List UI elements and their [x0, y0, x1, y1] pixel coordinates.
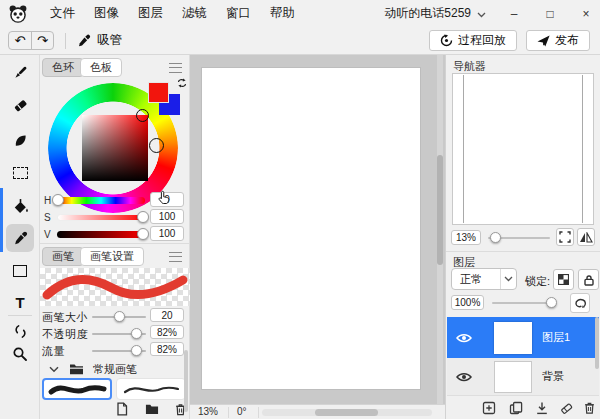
- app-logo-panda-icon: [8, 4, 28, 24]
- navigator-zoom-value[interactable]: 13%: [451, 230, 481, 245]
- redo-button[interactable]: ↷: [31, 32, 53, 49]
- clipping-button[interactable]: [570, 293, 590, 313]
- v-slider-knob[interactable]: [137, 228, 149, 240]
- select-tool[interactable]: [6, 159, 34, 187]
- brush-panel-menu-icon[interactable]: [169, 252, 182, 262]
- brush-size-value[interactable]: 20: [150, 308, 184, 322]
- navigator-preview[interactable]: [452, 73, 594, 225]
- brush-group-row[interactable]: 常规画笔: [40, 360, 190, 378]
- s-slider[interactable]: [57, 214, 145, 221]
- toolbar-separator: [65, 33, 66, 49]
- s-slider-knob[interactable]: [137, 211, 149, 223]
- canvas-hscroll-thumb[interactable]: [315, 409, 378, 416]
- publish-button[interactable]: 发布: [526, 30, 590, 51]
- layer-row[interactable]: 背景: [447, 358, 599, 396]
- opacity-knob[interactable]: [131, 328, 142, 339]
- v-slider[interactable]: [57, 231, 145, 238]
- alpha-lock-button[interactable]: [553, 269, 574, 290]
- eraser-tool[interactable]: [6, 91, 34, 119]
- close-button[interactable]: ×: [578, 7, 594, 21]
- brush-size-label: 画笔大小: [42, 310, 88, 325]
- menu-filter[interactable]: 滤镜: [182, 5, 207, 22]
- layer-opacity-slider[interactable]: [492, 302, 554, 304]
- h-label: H: [44, 195, 51, 206]
- color-panel-menu-icon[interactable]: [169, 63, 182, 73]
- canvas-statusbar: 13% 0°: [190, 404, 445, 419]
- maximize-button[interactable]: □: [542, 7, 558, 21]
- sv-square-marker[interactable]: [136, 109, 149, 122]
- minimize-button[interactable]: –: [506, 7, 522, 21]
- new-brush-icon[interactable]: [115, 402, 129, 416]
- layer-opacity-value[interactable]: 100%: [451, 295, 484, 310]
- text-tool[interactable]: T: [6, 288, 34, 316]
- menu-bar: 文件 图像 图层 滤镜 窗口 帮助: [50, 5, 295, 22]
- layers-scrollbar[interactable]: [595, 317, 599, 369]
- hue-ring-marker[interactable]: [149, 138, 164, 153]
- blend-mode-dropdown[interactable]: 正常: [451, 268, 517, 290]
- brush-item[interactable]: [116, 378, 186, 400]
- canvas-zoom-level[interactable]: 13%: [198, 406, 218, 417]
- layer-thumbnail: [494, 361, 532, 393]
- chevron-down-icon: [504, 276, 513, 282]
- active-tool-label: 吸管: [97, 32, 122, 49]
- menu-layer[interactable]: 图层: [138, 5, 163, 22]
- delete-layer-icon[interactable]: [583, 400, 596, 415]
- swap-colors-icon[interactable]: [177, 78, 187, 88]
- tab-color-wheel[interactable]: 色环: [42, 58, 84, 77]
- status-separator: [258, 407, 259, 418]
- paint-bucket-icon: [12, 198, 29, 215]
- fit-view-button[interactable]: [556, 228, 574, 246]
- brush-folder-icon[interactable]: [145, 403, 159, 415]
- opacity-value[interactable]: 82%: [150, 325, 184, 339]
- brush-size-knob[interactable]: [114, 311, 125, 322]
- eye-visible-icon[interactable]: [456, 332, 472, 344]
- duplicate-layer-icon[interactable]: [509, 401, 523, 415]
- foreground-color-swatch[interactable]: [148, 82, 169, 103]
- tab-color-palette[interactable]: 色板: [80, 58, 122, 77]
- fill-tool[interactable]: [6, 192, 34, 220]
- clear-layer-icon[interactable]: [559, 401, 574, 416]
- navigator-zoom-knob[interactable]: [490, 232, 501, 243]
- merge-down-icon[interactable]: [535, 401, 549, 415]
- h-slider-knob[interactable]: [52, 194, 64, 206]
- flip-view-button[interactable]: [577, 228, 595, 246]
- layer-row-selected[interactable]: 图层1: [447, 317, 599, 358]
- layer-opacity-knob[interactable]: [546, 297, 557, 308]
- brush-preview: [40, 268, 190, 306]
- shape-tool[interactable]: [6, 257, 34, 285]
- v-value-box[interactable]: 100: [150, 226, 184, 241]
- text-icon: T: [15, 294, 24, 311]
- canvas-rotation[interactable]: 0°: [237, 406, 247, 417]
- menu-image[interactable]: 图像: [94, 5, 119, 22]
- account-chevron-down-icon[interactable]: [477, 12, 486, 18]
- flow-value[interactable]: 82%: [150, 342, 184, 356]
- menu-help[interactable]: 帮助: [270, 5, 295, 22]
- status-separator: [228, 407, 229, 418]
- add-layer-icon[interactable]: [482, 401, 496, 415]
- layer-lock-button[interactable]: [578, 269, 599, 290]
- brush-tool[interactable]: [6, 58, 34, 86]
- tab-brush[interactable]: 画笔: [42, 247, 84, 266]
- brush-group-label: 常规画笔: [93, 362, 137, 377]
- navigator-title: 导航器: [453, 59, 486, 74]
- h-slider[interactable]: [57, 197, 145, 204]
- flow-knob[interactable]: [131, 345, 142, 356]
- eyedropper-tool[interactable]: [6, 224, 34, 252]
- panel-scrollbar[interactable]: [184, 350, 188, 412]
- canvas-vscroll-thumb[interactable]: [437, 155, 443, 265]
- eye-visible-icon[interactable]: [456, 371, 472, 383]
- process-replay-button[interactable]: 过程回放: [429, 30, 517, 51]
- menu-file[interactable]: 文件: [50, 5, 75, 22]
- undo-button[interactable]: ↶: [9, 32, 31, 49]
- brush-item-selected[interactable]: [42, 378, 112, 400]
- canvas[interactable]: [202, 68, 420, 389]
- s-value-box[interactable]: 100: [150, 209, 184, 224]
- brush-thumbnail: [120, 380, 182, 398]
- chevron-down-icon: [49, 366, 59, 373]
- account-name[interactable]: 动听的电话5259: [384, 5, 471, 22]
- tab-brush-settings[interactable]: 画笔设置: [80, 247, 144, 266]
- smudge-tool[interactable]: [6, 126, 34, 154]
- saturation-value-square[interactable]: [82, 115, 148, 181]
- menu-window[interactable]: 窗口: [226, 5, 251, 22]
- zoom-tool[interactable]: [6, 340, 34, 368]
